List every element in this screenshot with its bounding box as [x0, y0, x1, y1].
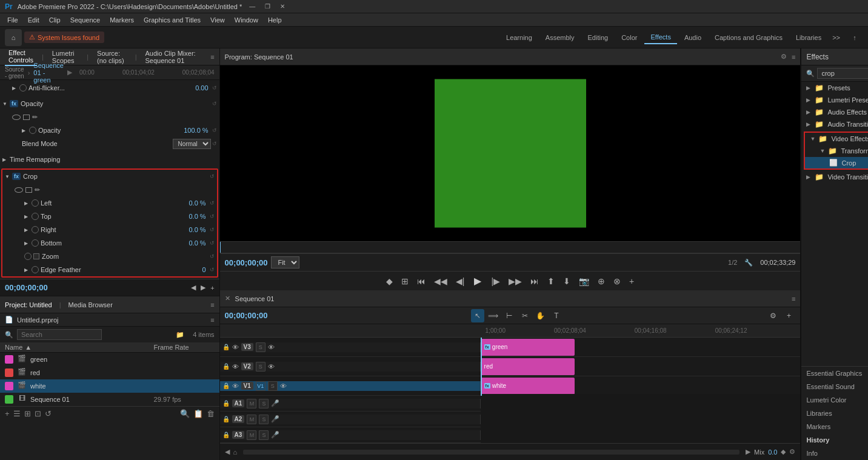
pp-icon-view-btn[interactable]: ⊞ [24, 409, 31, 418]
monitor-go-out-btn[interactable]: ⏭ [528, 275, 541, 287]
track-v1-eye[interactable]: 👁 [232, 382, 239, 390]
track-v1-content[interactable]: fx white [481, 376, 801, 396]
pp-search-input[interactable] [17, 329, 102, 340]
ec-right-value[interactable]: 0.0 % [189, 226, 205, 233]
track-a3-s-btn[interactable]: S [259, 430, 269, 440]
close-button[interactable]: ✕ [278, 3, 287, 10]
effects-search-input[interactable] [817, 68, 868, 79]
system-issues-badge[interactable]: ⚠ System Issues found [24, 32, 104, 43]
ec-opacity-toggle[interactable]: ▼ [2, 101, 10, 107]
ec-anti-flicker-value[interactable]: 0.00 [195, 84, 208, 92]
tab-audio-clip-mixer[interactable]: Audio Clip Mixer: Sequence 01 [141, 48, 201, 65]
pp-folder-icon[interactable]: 📁 [176, 331, 184, 339]
ec-scroll-left[interactable]: ◀ [191, 284, 196, 292]
effects-transform[interactable]: ▼ 📁 Transform [805, 145, 868, 157]
monitor-panel-menu[interactable]: ≡ [792, 53, 795, 61]
track-a3-content[interactable] [481, 425, 801, 444]
ec-opacity-reset[interactable]: ↺ [212, 101, 217, 107]
link-info[interactable]: Info [801, 447, 868, 460]
monitor-step-back-btn[interactable]: ◀◀ [432, 275, 450, 287]
ec-anti-flicker-toggle[interactable]: ▶ [12, 85, 19, 91]
monitor-lift-btn[interactable]: ⬆ [545, 275, 557, 287]
link-lumetri-color[interactable]: Lumetri Color [801, 393, 868, 407]
monitor-prev-edit-btn[interactable]: ◀| [453, 275, 467, 287]
menu-graphics-titles[interactable]: Graphics and Titles [139, 15, 205, 25]
timeline-scroll-in-btn[interactable]: ◀ [225, 448, 230, 456]
tab-source-no-clips[interactable]: Source: (no clips) [93, 48, 130, 65]
pp-new-item-btn[interactable]: 📋 [193, 409, 203, 418]
pp-panel-menu-btn[interactable]: ≡ [210, 316, 214, 324]
selection-tool-btn[interactable]: ↖ [471, 309, 484, 322]
tab-captions[interactable]: Captions and Graphics [709, 32, 789, 44]
track-a1-mic[interactable]: 🎤 [271, 399, 279, 407]
link-markers[interactable]: Markers [801, 420, 868, 433]
menu-window[interactable]: Window [230, 15, 263, 25]
track-v3-content[interactable]: fxgreen [481, 338, 801, 357]
menu-file[interactable]: File [2, 15, 23, 25]
tab-media-browser[interactable]: Media Browser [68, 301, 113, 308]
track-a2-mic[interactable]: 🎤 [271, 415, 279, 423]
menu-clip[interactable]: Clip [44, 15, 65, 25]
track-a1-lock[interactable]: 🔒 [222, 400, 230, 407]
ec-pen-icon[interactable]: ✏ [32, 113, 38, 121]
clip-green[interactable]: fxgreen [481, 339, 575, 356]
link-essential-sound[interactable]: Essential Sound [801, 380, 868, 393]
ec-ellipse-icon[interactable] [12, 115, 21, 120]
ec-edge-feather-toggle[interactable]: ▶ [24, 267, 32, 273]
ec-zoom-checkbox[interactable] [33, 253, 39, 259]
ec-anti-flicker-reset[interactable]: ↺ [212, 85, 217, 91]
track-a3-m-btn[interactable]: M [247, 430, 256, 440]
monitor-overwrite-btn[interactable]: ⊗ [611, 275, 623, 287]
ec-crop-toggle[interactable]: ▼ [5, 174, 12, 179]
track-a2-m-btn[interactable]: M [247, 415, 256, 424]
more-tabs-button[interactable]: >> [829, 34, 844, 41]
pp-freeform-btn[interactable]: ⊡ [35, 409, 41, 418]
effects-presets[interactable]: ▶ 📁 Presets [801, 82, 868, 94]
track-v2-collapse[interactable]: 👁 [268, 363, 275, 370]
monitor-next-edit-btn[interactable]: |▶ [489, 275, 502, 287]
ec-opacity-value[interactable]: 100.0 % [184, 127, 208, 134]
project-item-green[interactable]: 🎬 green [0, 353, 219, 366]
export-button[interactable]: ↑ [846, 29, 863, 46]
ec-add-button[interactable]: + [210, 284, 214, 292]
pp-col-name[interactable]: Name ▲ [5, 344, 154, 351]
ec-right-toggle[interactable]: ▶ [24, 227, 32, 233]
effects-video-transitions[interactable]: ▶ 📁 Video Transitions [801, 171, 868, 183]
track-v3-collapse[interactable]: 👁 [268, 344, 275, 351]
tab-project[interactable]: Project: Untitled [5, 301, 52, 308]
mix-value[interactable]: 0.0 [768, 448, 777, 456]
track-v1-sync[interactable]: S [268, 381, 278, 391]
track-v2-eye[interactable]: 👁 [232, 363, 239, 370]
tab-learning[interactable]: Learning [500, 32, 538, 44]
ec-scroll-right[interactable]: ▶ [201, 284, 205, 292]
ec-edge-feather-reset[interactable]: ↺ [210, 267, 215, 273]
hand-tool-btn[interactable]: ✋ [534, 309, 547, 322]
track-v3-sync[interactable]: S [256, 342, 265, 352]
lumetri-presets-toggle[interactable]: ▶ [806, 97, 812, 103]
video-transitions-toggle[interactable]: ▶ [806, 174, 812, 180]
timeline-add-marker-btn[interactable]: ◆ [781, 448, 786, 456]
monitor-go-in-btn[interactable]: ⏮ [415, 275, 428, 287]
ec-opacity-value-toggle[interactable]: ▶ [22, 128, 29, 133]
timeline-panel-menu[interactable]: ≡ [792, 295, 795, 302]
minimize-button[interactable]: — [247, 3, 258, 10]
ec-blend-mode-reset[interactable]: ↺ [212, 141, 217, 147]
ec-bottom-toggle[interactable]: ▶ [24, 241, 32, 246]
track-a3-lock[interactable]: 🔒 [222, 432, 230, 438]
track-v1-collapse[interactable]: 👁 [280, 382, 287, 390]
monitor-timecode[interactable]: 00;00;00;00 [225, 258, 268, 267]
ec-left-toggle[interactable]: ▶ [24, 201, 32, 206]
track-v3-eye[interactable]: 👁 [232, 344, 239, 351]
ec-left-value[interactable]: 0.0 % [189, 199, 205, 207]
razor-tool-btn[interactable]: ✂ [518, 309, 532, 322]
tab-assembly[interactable]: Assembly [539, 32, 581, 44]
timeline-home-btn[interactable]: ⌂ [233, 448, 238, 456]
ec-crop-ellipse-icon[interactable] [15, 187, 23, 193]
monitor-playhead-ruler[interactable] [220, 241, 801, 253]
presets-toggle[interactable]: ▶ [806, 85, 812, 91]
link-history[interactable]: History [801, 433, 868, 447]
ec-zoom-reset[interactable]: ↺ [210, 253, 215, 259]
effects-crop[interactable]: ⬜ Crop [805, 157, 868, 168]
track-a3-mic[interactable]: 🎤 [271, 431, 279, 439]
ec-time-remapping-toggle[interactable]: ▶ [2, 157, 10, 162]
